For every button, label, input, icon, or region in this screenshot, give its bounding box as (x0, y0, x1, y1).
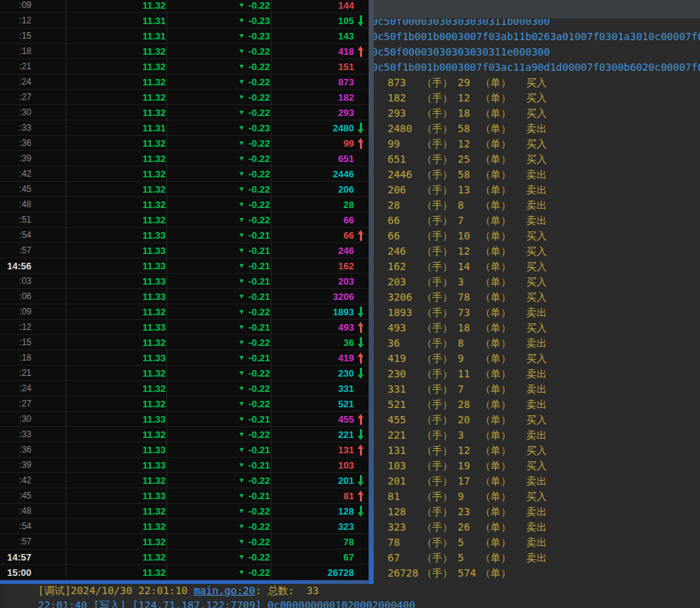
trade-time: :39 (0, 460, 31, 470)
tick-row[interactable]: :2111.32▼-0.22151 (0, 59, 369, 74)
tick-row[interactable]: :4811.32▼-0.2228 (0, 197, 369, 212)
lots-unit: （手） (422, 458, 453, 474)
down-triangle-icon: ▼ (238, 477, 245, 484)
lots-value: 651 (388, 152, 406, 167)
trade-price: 11.32 (31, 199, 166, 210)
tick-row[interactable]: :3011.33▼-0.21455 (0, 412, 369, 427)
tick-row[interactable]: :3611.32▼-0.2299 (0, 136, 369, 151)
down-arrow-icon (358, 123, 364, 134)
trade-direction: 买入 (526, 106, 547, 121)
change-value: -0.22 (248, 475, 270, 486)
console-trade-line: 26728（手）574（单） (372, 566, 700, 581)
orders-unit: （单） (480, 566, 511, 581)
tick-row[interactable]: 14:5711.32▼-0.2267 (0, 550, 369, 565)
tick-row[interactable]: :4511.33▼-0.2181 (0, 488, 369, 504)
price-change: ▼-0.22 (166, 0, 270, 11)
tick-row[interactable]: :5411.33▼-0.2166 (0, 228, 369, 243)
arrow-cell (354, 429, 368, 440)
change-value: -0.22 (248, 138, 270, 149)
down-triangle-icon: ▼ (238, 185, 245, 193)
lots-unit: （手） (422, 535, 453, 550)
tick-row[interactable]: :2111.32▼-0.22230 (0, 366, 369, 381)
price-change: ▼-0.21 (166, 276, 270, 287)
tick-row[interactable]: :3911.33▼-0.21103 (0, 458, 369, 473)
lots-value: 230 (388, 366, 406, 382)
tick-row[interactable]: :3311.31▼-0.232480 (0, 120, 369, 136)
trade-volume: 105 (270, 15, 354, 26)
trade-direction: 买入 (526, 228, 547, 244)
hex-dump-line: 0c50f1b001b0003007f03ac11a90d1d00007f030… (372, 60, 700, 75)
change-value: -0.22 (248, 199, 270, 210)
change-value: -0.21 (248, 490, 270, 501)
tick-row[interactable]: :3011.32▼-0.22293 (0, 105, 369, 120)
tick-row[interactable]: :4211.32▼-0.22201 (0, 473, 369, 488)
tick-row[interactable]: :3311.32▼-0.22221 (0, 427, 369, 442)
tick-row[interactable]: :1211.31▼-0.23105 (0, 13, 369, 28)
orders-unit: （单） (480, 106, 511, 121)
tick-row[interactable]: :4811.32▼-0.22128 (0, 504, 369, 519)
tick-row[interactable]: :0911.32▼-0.22144 (0, 0, 369, 13)
price-change: ▼-0.21 (166, 353, 270, 363)
tick-row[interactable]: :2711.32▼-0.22182 (0, 90, 369, 105)
orders-unit: （单） (480, 305, 511, 320)
trade-price: 11.32 (31, 169, 166, 180)
lots-unit: （手） (422, 290, 453, 305)
up-arrow-icon (358, 322, 364, 333)
tick-row[interactable]: :1811.33▼-0.21419 (0, 350, 369, 366)
orders-unit: （单） (480, 228, 511, 244)
tick-row[interactable]: :2411.32▼-0.22331 (0, 381, 369, 396)
down-triangle-icon: ▼ (238, 47, 245, 55)
trade-direction: 卖出 (526, 213, 547, 228)
console-trade-line: 36（手）8（单）卖出 (372, 336, 700, 351)
tick-row[interactable]: :4511.32▼-0.22206 (0, 182, 369, 197)
orders-value: 11 (458, 366, 470, 382)
tick-row[interactable]: :3911.32▼-0.22651 (0, 151, 369, 166)
tick-row[interactable]: :1811.32▼-0.22418 (0, 44, 369, 59)
orders-unit: （单） (480, 397, 511, 412)
price-change: ▼-0.22 (166, 506, 270, 517)
tick-row[interactable]: :1511.32▼-0.2236 (0, 335, 369, 350)
orders-value: 9 (458, 489, 464, 504)
orders-value: 5 (458, 550, 464, 566)
tick-row[interactable]: :5411.32▼-0.22323 (0, 519, 369, 534)
down-triangle-icon: ▼ (238, 247, 245, 254)
console-trade-line: 3206（手）78（单）买入 (372, 290, 700, 305)
trade-price: 11.32 (31, 552, 166, 563)
price-change: ▼-0.22 (166, 169, 270, 180)
tick-row[interactable]: :0311.33▼-0.21203 (0, 274, 369, 289)
source-file-link[interactable]: main.go:20 (193, 585, 255, 596)
tick-row[interactable]: :2711.32▼-0.22521 (0, 396, 369, 412)
trade-time: :18 (0, 46, 31, 56)
trade-direction: 买入 (526, 458, 547, 474)
change-value: -0.22 (248, 92, 270, 103)
lots-value: 78 (388, 535, 400, 550)
tick-row[interactable]: :5711.33▼-0.21246 (0, 243, 369, 258)
tick-row[interactable]: 15:0011.32▼-0.2226728 (0, 565, 369, 580)
tick-row[interactable]: :3611.33▼-0.21131 (0, 442, 369, 458)
tick-row[interactable]: :0611.33▼-0.213206 (0, 289, 369, 304)
tick-row[interactable]: :1211.33▼-0.21493 (0, 320, 369, 335)
trade-price: 11.33 (31, 261, 166, 272)
tick-row[interactable]: :4211.32▼-0.222446 (0, 166, 369, 182)
price-change: ▼-0.22 (166, 337, 270, 348)
tick-row[interactable]: :2411.32▼-0.22873 (0, 74, 369, 90)
console-trade-line: 230（手）11（单）卖出 (372, 366, 700, 382)
arrow-cell (354, 490, 368, 501)
down-arrow-icon (358, 506, 364, 517)
tick-table[interactable]: :0911.32▼-0.22144:1211.31▼-0.23105:1511.… (0, 0, 369, 580)
tick-row[interactable]: 14:5611.33▼-0.21162 (0, 258, 369, 274)
lots-unit: （手） (422, 428, 453, 443)
tick-row[interactable]: :5711.32▼-0.2278 (0, 534, 369, 550)
console-trade-line: 162（手）14（单）买入 (372, 259, 700, 274)
tick-row[interactable]: :0911.32▼-0.221893 (0, 304, 369, 320)
log-debug-prefix: [调试]2024/10/30 22:01:10 (38, 585, 193, 596)
orders-value: 73 (458, 305, 470, 320)
tick-row[interactable]: :1511.31▼-0.23143 (0, 28, 369, 44)
orders-unit: （单） (480, 520, 511, 535)
hex-dump-line: 0c50f00003030303030311e000300 (372, 45, 700, 60)
down-triangle-icon: ▼ (238, 293, 245, 300)
trade-volume: 246 (270, 245, 354, 256)
tick-row[interactable]: :5111.32▼-0.2266 (0, 212, 369, 228)
lots-value: 246 (388, 244, 406, 259)
console-output[interactable]: 0c50f00003030303030311b0003000c50f1b001b… (372, 14, 700, 581)
